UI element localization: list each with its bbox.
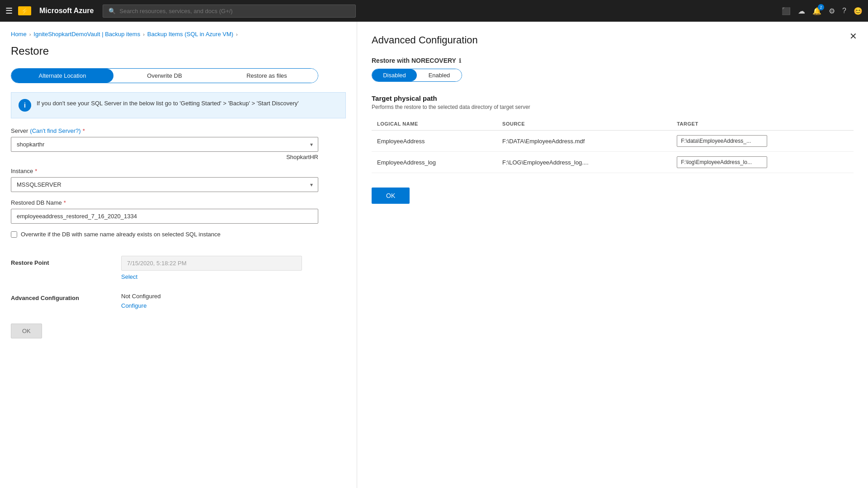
restore-point-input [121,256,302,271]
tab-restore-as-files[interactable]: Restore as files [216,69,318,83]
restore-point-section: Restore Point Select [11,247,346,280]
breadcrumb-vault[interactable]: IgniteShopkartDemoVault | Backup items [33,31,140,38]
overwrite-checkbox[interactable] [11,231,17,238]
restore-point-label: Restore Point [11,256,110,266]
physical-path-desc: Performs the restore to the selected dat… [372,104,854,110]
target-input-1[interactable] [677,156,767,168]
search-icon: 🔍 [108,8,116,14]
hamburger-menu[interactable]: ☰ [5,6,13,16]
tab-alternate-location[interactable]: Alternate Location [11,69,113,83]
server-select[interactable]: shopkarthr [11,137,318,152]
cell-logical-name-0: EmployeeAddress [372,131,497,152]
search-box[interactable]: 🔍 [103,5,356,18]
target-input-0[interactable] [677,135,767,147]
overwrite-checkbox-row: Overwrite if the DB with same name alrea… [11,231,346,238]
toggle-disabled[interactable]: Disabled [372,69,417,81]
instance-form-group: Instance * MSSQLSERVER ▾ [11,168,346,192]
search-input[interactable] [119,8,350,14]
panel-title: Advanced Configuration [372,34,854,46]
adv-config-label: Advanced Configuration [11,293,110,301]
norecovery-label: Restore with NORECOVERY ℹ [372,57,854,64]
table-row: EmployeeAddress F:\DATA\EmployeeAddress.… [372,131,854,152]
bell-icon[interactable]: 🔔 2 [812,7,821,15]
user-avatar-icon[interactable]: 😊 [854,7,863,15]
cell-source-0: F:\DATA\EmployeeAddress.mdf [497,131,671,152]
cell-logical-name-1: EmployeeAddress_log [372,152,497,173]
server-required: * [83,127,85,134]
nav-logo-icon: ⚡ [18,6,31,15]
notification-badge: 2 [818,4,824,10]
breadcrumb-home[interactable]: Home [11,31,27,38]
norecovery-toggle: Disabled Enabled [372,69,462,82]
info-text: If you don't see your SQL Server in the … [37,99,299,108]
db-name-form-group: Restored DB Name * [11,199,346,224]
left-panel: Home › IgniteShopkartDemoVault | Backup … [0,22,357,488]
col-logical-name: LOGICAL NAME [372,117,497,131]
physical-path-table: LOGICAL NAME SOURCE TARGET EmployeeAddre… [372,117,854,173]
info-icon: i [19,99,31,112]
nav-logo-text: Microsoft Azure [39,7,94,15]
cell-target-1[interactable] [671,152,854,173]
adv-config-content: Not Configured Configure [121,293,346,309]
instance-select[interactable]: MSSQLSERVER [11,177,318,192]
top-navigation: ☰ ⚡ Microsoft Azure 🔍 ⬛ ☁ 🔔 2 ⚙ ? 😊 [0,0,868,22]
select-link[interactable]: Select [121,273,346,280]
page-title: Restore [11,45,346,57]
right-panel: Advanced Configuration ✕ Restore with NO… [357,22,868,488]
col-target: TARGET [671,117,854,131]
table-row: EmployeeAddress_log F:\LOG\EmployeeAddre… [372,152,854,173]
breadcrumb-current: Backup Items (SQL in Azure VM) [147,31,233,38]
instance-select-wrapper: MSSQLSERVER ▾ [11,177,318,192]
tab-strip: Alternate Location Overwrite DB Restore … [11,68,318,83]
db-name-label: Restored DB Name * [11,199,346,206]
norecovery-info-icon[interactable]: ℹ [459,57,461,64]
help-icon[interactable]: ? [842,7,846,15]
col-source: SOURCE [497,117,671,131]
db-name-required: * [64,199,66,206]
breadcrumb-sep-3: › [236,32,238,37]
ok-button-left[interactable]: OK [11,324,42,338]
restore-point-content: Select [121,256,346,280]
info-banner: i If you don't see your SQL Server in th… [11,92,346,118]
cloud-upload-icon[interactable]: ☁ [798,7,805,15]
breadcrumb-sep-1: › [29,32,31,37]
configure-link[interactable]: Configure [121,302,346,309]
tab-overwrite-db[interactable]: Overwrite DB [113,69,216,83]
cell-source-1: F:\LOG\EmployeeAddress_log.... [497,152,671,173]
breadcrumb: Home › IgniteShopkartDemoVault | Backup … [11,31,346,38]
adv-config-section: Advanced Configuration Not Configured Co… [11,289,346,309]
instance-label: Instance * [11,168,346,174]
terminal-icon[interactable]: ⬛ [782,7,791,15]
overwrite-label: Overwrite if the DB with same name alrea… [21,231,221,238]
ok-button-right[interactable]: OK [372,188,410,204]
close-button[interactable]: ✕ [849,31,857,42]
table-body: EmployeeAddress F:\DATA\EmployeeAddress.… [372,131,854,173]
main-layout: Home › IgniteShopkartDemoVault | Backup … [0,22,868,488]
server-hint: ShopkartHR [11,154,318,160]
server-label: Server (Can't find Server?) * [11,127,346,134]
toggle-enabled[interactable]: Enabled [417,69,462,81]
table-header: LOGICAL NAME SOURCE TARGET [372,117,854,131]
cant-find-server-link[interactable]: (Can't find Server?) [30,127,80,134]
instance-required: * [35,168,37,174]
adv-config-value: Not Configured [121,293,346,300]
breadcrumb-sep-2: › [143,32,145,37]
db-name-input[interactable] [11,209,318,224]
server-select-wrapper: shopkarthr ▾ [11,137,318,152]
settings-icon[interactable]: ⚙ [829,7,835,15]
server-form-group: Server (Can't find Server?) * shopkarthr… [11,127,346,160]
nav-icons: ⬛ ☁ 🔔 2 ⚙ ? 😊 [782,7,863,15]
cell-target-0[interactable] [671,131,854,152]
physical-path-title: Target physical path [372,94,854,102]
